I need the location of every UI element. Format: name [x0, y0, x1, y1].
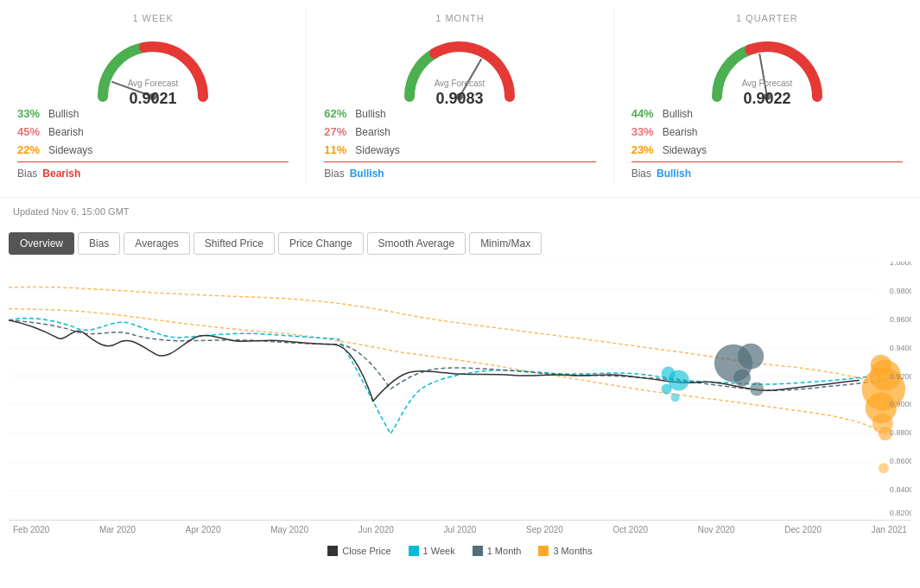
svg-text:0.9600: 0.9600 [890, 315, 911, 324]
updated-text: Updated Nov 6, 15:00 GMT [0, 198, 920, 225]
legend-color [327, 546, 338, 556]
sideways-label: Sideways [663, 144, 707, 156]
svg-text:0.9000: 0.9000 [890, 400, 911, 408]
tab-overview[interactable]: Overview [9, 232, 74, 255]
sideways-pct: 22% [17, 143, 48, 156]
period-label: 1 QUARTER [736, 13, 798, 23]
tabs-bar: OverviewBiasAveragesShifted PricePrice C… [0, 225, 920, 262]
x-axis: Feb 2020Mar 2020Apr 2020May 2020Jun 2020… [0, 521, 920, 539]
legend-label: 1 Month [487, 546, 522, 556]
sideways-row: 22% Sideways [17, 143, 289, 156]
tab-smooth-average[interactable]: Smooth Average [367, 232, 466, 255]
stats-table: 44% Bullish 33% Bearish 23% Sideways Bia… [623, 107, 911, 180]
sideways-pct: 23% [631, 143, 663, 156]
svg-text:Avg Forecast: Avg Forecast [741, 79, 792, 88]
x-axis-label: Apr 2020 [186, 525, 221, 534]
bullish-label: Bullish [663, 108, 693, 120]
sideways-row: 23% Sideways [631, 143, 903, 156]
x-axis-label: May 2020 [270, 525, 308, 534]
bias-label: Bias [17, 168, 37, 180]
svg-text:Avg Forecast: Avg Forecast [435, 79, 485, 88]
svg-text:0.8200: 0.8200 [890, 509, 911, 517]
tab-averages[interactable]: Averages [124, 232, 189, 255]
chart-svg: 1.0000 0.9800 0.9600 0.9400 0.9200 0.900… [9, 262, 911, 520]
divider [17, 161, 289, 162]
svg-text:0.8800: 0.8800 [890, 428, 911, 437]
forecast-panel-0: 1 WEEKAvg Forecast0.9021 33% Bullish 45%… [0, 9, 307, 184]
legend: Close Price 1 Week 1 Month 3 Months [0, 539, 920, 560]
sideways-pct: 11% [324, 143, 355, 156]
svg-point-27 [738, 344, 764, 370]
legend-label: 3 Months [553, 546, 592, 556]
divider [631, 161, 903, 162]
bearish-label: Bearish [663, 126, 698, 138]
bearish-row: 33% Bearish [631, 125, 903, 138]
bearish-pct: 27% [324, 125, 355, 138]
legend-color [473, 546, 483, 556]
bullish-row: 62% Bullish [324, 107, 595, 120]
bearish-row: 45% Bearish [17, 125, 289, 138]
bias-row: Bias Bullish [324, 168, 595, 180]
period-label: 1 WEEK [132, 13, 174, 23]
svg-text:0.9083: 0.9083 [436, 90, 484, 107]
sideways-row: 11% Sideways [324, 143, 595, 156]
tab-minim/max[interactable]: Minim/Max [469, 232, 542, 255]
x-axis-label: Feb 2020 [13, 525, 49, 534]
svg-text:0.9800: 0.9800 [890, 287, 911, 295]
svg-point-29 [750, 383, 764, 396]
bullish-row: 33% Bullish [17, 107, 289, 120]
x-axis-label: Jun 2020 [358, 525, 394, 534]
x-axis-label: Oct 2020 [613, 525, 649, 534]
divider [324, 161, 595, 162]
tab-price-change[interactable]: Price Change [278, 232, 364, 255]
x-axis-label: Sep 2020 [526, 525, 563, 534]
stats-table: 33% Bullish 45% Bearish 22% Sideways Bia… [9, 107, 297, 180]
bullish-label: Bullish [355, 108, 385, 120]
sideways-label: Sideways [48, 144, 92, 156]
period-label: 1 MONTH [435, 13, 485, 23]
top-section: 1 WEEKAvg Forecast0.9021 33% Bullish 45%… [0, 0, 920, 198]
bearish-pct: 45% [17, 125, 48, 138]
chart-area: 1.0000 0.9800 0.9600 0.9400 0.9200 0.900… [9, 262, 911, 521]
x-axis-label: Mar 2020 [99, 525, 136, 534]
bias-value: Bullish [657, 168, 691, 180]
x-axis-label: Jul 2020 [444, 525, 477, 534]
svg-text:0.9022: 0.9022 [743, 90, 790, 107]
svg-point-25 [671, 393, 680, 401]
svg-text:0.8600: 0.8600 [890, 457, 911, 465]
bias-row: Bias Bearish [17, 168, 289, 180]
bias-value: Bearish [42, 168, 80, 180]
svg-text:0.9021: 0.9021 [130, 90, 177, 107]
stats-table: 62% Bullish 27% Bearish 11% Sideways Bia… [315, 107, 604, 180]
legend-item: 3 Months [538, 546, 592, 556]
bias-label: Bias [324, 168, 344, 180]
sideways-label: Sideways [355, 144, 399, 156]
svg-point-24 [662, 384, 672, 395]
bullish-row: 44% Bullish [631, 107, 903, 120]
bearish-label: Bearish [48, 126, 84, 138]
x-axis-label: Dec 2020 [784, 525, 822, 534]
bias-row: Bias Bullish [631, 168, 903, 180]
x-axis-label: Jan 2021 [872, 525, 907, 534]
legend-color [409, 546, 419, 556]
forecast-panel-1: 1 MONTHAvg Forecast0.9083 62% Bullish 27… [307, 9, 613, 184]
tab-shifted-price[interactable]: Shifted Price [194, 232, 275, 255]
svg-text:1.0000: 1.0000 [890, 262, 911, 267]
legend-item: 1 Week [409, 546, 455, 556]
svg-text:0.9400: 0.9400 [890, 344, 911, 352]
bullish-pct: 44% [631, 107, 663, 120]
bias-label: Bias [631, 168, 651, 180]
legend-item: Close Price [327, 546, 390, 556]
bearish-pct: 33% [631, 125, 663, 138]
tab-bias[interactable]: Bias [78, 232, 120, 255]
legend-label: Close Price [342, 546, 390, 556]
forecast-panel-2: 1 QUARTERAvg Forecast0.9022 44% Bullish … [614, 9, 920, 184]
svg-point-28 [733, 370, 751, 387]
x-axis-label: Nov 2020 [698, 525, 735, 534]
svg-text:0.9200: 0.9200 [890, 372, 911, 381]
svg-text:Avg Forecast: Avg Forecast [128, 79, 179, 88]
bullish-pct: 62% [324, 107, 355, 120]
svg-text:0.8400: 0.8400 [890, 485, 911, 494]
bearish-label: Bearish [355, 126, 390, 138]
bullish-label: Bullish [48, 108, 79, 120]
